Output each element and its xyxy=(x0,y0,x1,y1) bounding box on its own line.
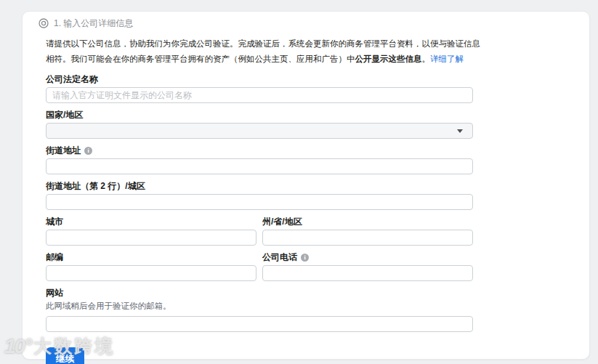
street2-label: 街道地址（第 2 行）/城区 xyxy=(46,181,473,191)
city-field: 城市 xyxy=(46,217,256,246)
street-field: 街道地址 xyxy=(46,145,473,174)
state-input[interactable] xyxy=(262,230,473,246)
step-header: 1. 输入公司详细信息 xyxy=(39,17,589,29)
continue-button[interactable]: 继续 xyxy=(46,347,84,364)
chevron-down-icon xyxy=(457,129,463,133)
country-field: 国家/地区 xyxy=(46,110,473,139)
street2-field: 街道地址（第 2 行）/城区 xyxy=(46,181,473,210)
phone-label: 公司电话 xyxy=(262,252,297,262)
legal-name-field: 公司法定名称 xyxy=(46,74,473,103)
postal-field: 邮编 xyxy=(46,252,256,281)
state-label: 州/省/地区 xyxy=(262,217,473,227)
street-label: 街道地址 xyxy=(46,145,81,155)
intro-period: 。 xyxy=(422,54,431,63)
city-state-row: 城市 州/省/地区 xyxy=(46,217,473,246)
intro-bold-text: 公开显示这些信息 xyxy=(355,54,422,63)
website-field: 网站 此网域稍后会用于验证你的邮箱。 xyxy=(46,288,473,332)
website-input[interactable] xyxy=(46,316,473,332)
street2-input[interactable] xyxy=(46,194,473,210)
postal-phone-row: 邮编 公司电话 xyxy=(46,252,473,281)
info-icon[interactable] xyxy=(84,147,92,155)
legal-name-input[interactable] xyxy=(46,87,473,103)
phone-field: 公司电话 xyxy=(262,252,473,281)
city-input[interactable] xyxy=(46,230,256,246)
legal-name-label: 公司法定名称 xyxy=(46,74,473,84)
country-select[interactable] xyxy=(46,123,473,139)
step-label: 1. 输入公司详细信息 xyxy=(54,17,133,30)
company-details-card: 1. 输入公司详细信息 请提供以下公司信息，协助我们为你完成公司验证。完成验证后… xyxy=(22,11,590,360)
postal-label: 邮编 xyxy=(46,252,256,262)
street-input[interactable] xyxy=(46,158,473,174)
website-hint: 此网域稍后会用于验证你的邮箱。 xyxy=(46,301,473,312)
phone-input[interactable] xyxy=(262,265,473,281)
step-radio-icon xyxy=(39,18,49,28)
postal-input[interactable] xyxy=(46,265,256,281)
learn-more-link[interactable]: 详细了解 xyxy=(430,54,464,63)
intro-paragraph: 请提供以下公司信息，协助我们为你完成公司验证。完成验证后，系统会更新你的商务管理… xyxy=(46,36,482,67)
state-field: 州/省/地区 xyxy=(262,217,473,246)
website-label: 网站 xyxy=(46,288,473,298)
info-icon[interactable] xyxy=(301,254,309,262)
country-label: 国家/地区 xyxy=(46,110,473,120)
city-label: 城市 xyxy=(46,217,256,227)
